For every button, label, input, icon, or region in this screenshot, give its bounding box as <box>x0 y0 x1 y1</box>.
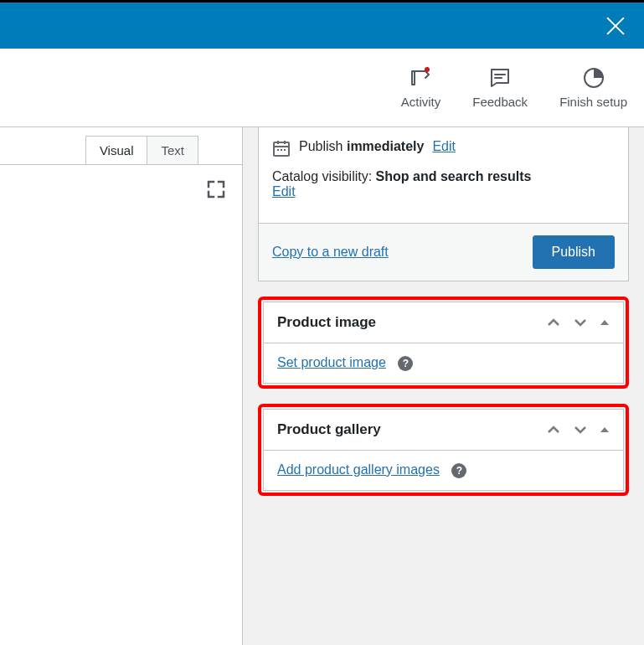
feedback-icon <box>488 66 512 90</box>
svg-point-0 <box>425 67 430 72</box>
editor-column: Visual Text <box>0 127 243 645</box>
help-icon[interactable]: ? <box>398 356 413 371</box>
calendar-icon <box>272 139 291 157</box>
activity-label: Activity <box>401 95 441 109</box>
editor-tabs: Visual Text <box>0 136 242 165</box>
publish-panel: Publish immediately Edit Catalog visibil… <box>258 127 629 281</box>
fullscreen-icon[interactable] <box>207 180 225 199</box>
product-gallery-highlight: Product gallery Add product gallery imag… <box>258 404 629 496</box>
publish-panel-footer: Copy to a new draft Publish <box>259 223 628 281</box>
move-up-icon[interactable] <box>546 315 561 330</box>
finish-setup-icon <box>582 66 605 90</box>
feedback-button[interactable]: Feedback <box>472 66 528 109</box>
add-gallery-images-link[interactable]: Add product gallery images <box>277 462 440 477</box>
publish-when: immediately <box>347 139 424 153</box>
activity-button[interactable]: Activity <box>401 66 441 109</box>
admin-toolbar: Activity Feedback Finish setup <box>0 49 644 127</box>
collapse-icon[interactable] <box>600 317 610 328</box>
move-up-icon[interactable] <box>546 422 561 437</box>
product-gallery-title: Product gallery <box>277 421 381 438</box>
tab-visual[interactable]: Visual <box>85 136 148 165</box>
set-product-image-link[interactable]: Set product image <box>277 355 386 369</box>
feedback-label: Feedback <box>472 95 528 109</box>
catalog-visibility-row: Catalog visibility: Shop and search resu… <box>272 169 615 199</box>
tab-text[interactable]: Text <box>147 136 198 165</box>
catalog-visibility-label: Catalog visibility: <box>272 169 372 183</box>
product-image-highlight: Product image Set product image ? <box>258 297 629 389</box>
close-icon[interactable] <box>604 14 627 38</box>
catalog-visibility-value: Shop and search results <box>376 169 532 183</box>
help-icon[interactable]: ? <box>451 463 466 478</box>
move-down-icon[interactable] <box>573 422 588 437</box>
sidebar-column: Publish immediately Edit Catalog visibil… <box>243 127 644 645</box>
edit-catalog-link[interactable]: Edit <box>272 184 296 199</box>
copy-draft-link[interactable]: Copy to a new draft <box>272 245 389 260</box>
publish-button[interactable]: Publish <box>533 235 615 269</box>
finish-setup-label: Finish setup <box>559 95 627 109</box>
product-image-panel: Product image Set product image ? <box>263 302 624 384</box>
top-banner <box>0 0 644 49</box>
publish-label: Publish <box>299 139 343 153</box>
activity-icon <box>409 66 432 90</box>
product-image-title: Product image <box>277 314 376 331</box>
move-down-icon[interactable] <box>573 315 588 330</box>
main-layout: Visual Text Publish immediately Edit <box>0 127 644 645</box>
product-gallery-panel: Product gallery Add product gallery imag… <box>263 409 624 491</box>
finish-setup-button[interactable]: Finish setup <box>559 66 627 109</box>
editor-body[interactable] <box>0 164 242 415</box>
edit-publish-link[interactable]: Edit <box>432 139 456 154</box>
publish-schedule-row: Publish immediately Edit <box>272 139 615 157</box>
collapse-icon[interactable] <box>600 425 610 435</box>
